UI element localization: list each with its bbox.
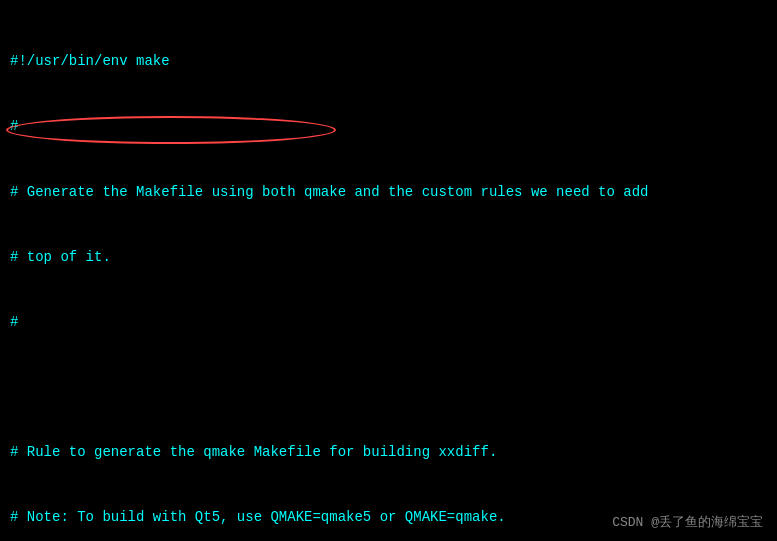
code-line-1: #!/usr/bin/env make — [10, 51, 767, 73]
code-line-6 — [10, 377, 767, 399]
code-line-7: # Rule to generate the qmake Makefile fo… — [10, 442, 767, 464]
code-editor: #!/usr/bin/env make # # Generate the Mak… — [0, 0, 777, 541]
code-line-3: # Generate the Makefile using both qmake… — [10, 182, 767, 204]
code-line-5: # — [10, 312, 767, 334]
code-line-2: # — [10, 116, 767, 138]
watermark: CSDN @丢了鱼的海绵宝宝 — [612, 513, 763, 531]
code-line-4: # top of it. — [10, 247, 767, 269]
